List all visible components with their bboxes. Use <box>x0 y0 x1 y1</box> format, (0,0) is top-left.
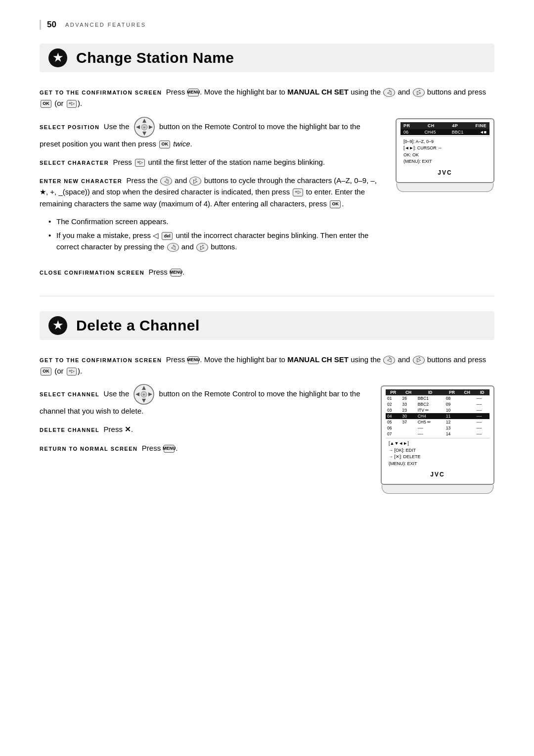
table-row: 0233BBC2 09---- <box>386 401 490 407</box>
left-arrow4-icon: ◁̂ <box>383 356 395 365</box>
right-arrow4-icon: ▷̂ <box>413 356 425 365</box>
tv1-bottom <box>397 183 493 192</box>
cursor-right2-icon: +▷ <box>135 159 145 167</box>
step-select-character: SELECT CHARACTER Press +▷ until the firs… <box>40 156 382 168</box>
step-get-to-confirmation: GET TO THE CONFIRMATION SCREEN Press MEN… <box>40 86 494 109</box>
table-row-highlight: 0430CH4 11---- <box>386 413 490 419</box>
cursor-right3-icon: +▷ <box>293 189 303 196</box>
page-header-title: ADVANCED FEATURES <box>65 22 146 28</box>
svg-text:+: + <box>143 392 145 397</box>
step-delete-channel: DELETE CHANNEL Press ✕. <box>40 424 367 435</box>
tv1-data-row: 06 CH45 BBC1 ◄■ <box>400 129 490 135</box>
step-select-position-row: SELECT POSITION Use the + <box>40 116 494 258</box>
svg-text:+: + <box>143 125 145 130</box>
table-row: 0537CH5 ✏ 12---- <box>386 419 490 425</box>
ok-button3-icon: OK <box>330 200 341 208</box>
section2-content: GET TO THE CONFIRMATION SCREEN Press MEN… <box>40 354 494 494</box>
section2-icon: ★ <box>48 316 67 335</box>
tv2-brand: JVC <box>386 469 490 481</box>
step-select-channel-row: SELECT CHANNEL Use the + bu <box>40 383 494 494</box>
left-arrow3-icon: ◁̂ <box>167 243 179 252</box>
right-arrow3-icon: ▷̂ <box>196 243 208 252</box>
table-row: 06---- 13---- <box>386 425 490 431</box>
section1-title: Change Station Name <box>76 49 234 66</box>
cursor-right-icon: +▷ <box>67 100 77 108</box>
menu-button2-icon: MENU <box>171 269 181 277</box>
tv2-table: PR CH ID PR CH ID 0126BBC1 <box>386 389 490 437</box>
cursor-right4-icon: +▷ <box>67 368 77 376</box>
ok-button2-icon: OK <box>159 141 170 148</box>
tv2-bottom <box>382 485 493 494</box>
left-arrow-icon: ◁̂ <box>383 88 395 97</box>
right-arrow-icon: ▷̂ <box>413 88 425 97</box>
step-close-confirmation: CLOSE CONFIRMATION SCREEN Press MENU. <box>40 266 494 278</box>
page-number: 50 <box>47 20 56 30</box>
step-select-position-text: SELECT POSITION Use the + <box>40 116 382 258</box>
bullet-2: If you make a mistake, press ◁ del until… <box>48 230 382 252</box>
table-row: 0323ITV ✏ 10---- <box>386 407 490 413</box>
section1-content: GET TO THE CONFIRMATION SCREEN Press MEN… <box>40 86 494 278</box>
tv1-notes: [0–9]: A–Z, 0–9 [◄►]: CURSOR ↔ OK: OK (M… <box>400 136 490 167</box>
step-return-normal: RETURN TO NORMAL SCREEN Press MENU. <box>40 442 367 454</box>
tv2-notes: [▲▼◄►] → [OK]: EDIT → [✕]: DELETE (MENU)… <box>386 438 490 469</box>
dpad2-icon: + <box>133 383 155 405</box>
section2-heading: ★ Delete a Channel <box>40 311 494 340</box>
table-row: 0126BBC1 08---- <box>386 395 490 401</box>
table-row: 07---- 14---- <box>386 431 490 437</box>
step-enter-new-character: ENTER NEW CHARACTER Press the ◁̂ and ▷̂ … <box>40 175 382 209</box>
step-select-position: SELECT POSITION Use the + <box>40 116 382 149</box>
ok-button-icon: OK <box>41 100 51 108</box>
dpad-icon: + <box>134 116 155 138</box>
page-header: 50 ADVANCED FEATURES <box>40 20 494 30</box>
tv-screen-1: PR CH 4P FINE 06 CH45 BBC1 ◄■ [0–9]: <box>396 116 494 192</box>
section1-heading: ★ Change Station Name <box>40 44 494 72</box>
menu-button3-icon: MENU <box>188 356 199 364</box>
tv1-header: PR CH 4P FINE <box>400 122 490 129</box>
step-select-channel-text: SELECT CHANNEL Use the + bu <box>40 383 367 461</box>
bullet-1: The Confirmation screen appears. <box>48 216 382 228</box>
del-icon: del <box>162 232 173 240</box>
tv-screen-2: PR CH ID PR CH ID 0126BBC1 <box>381 383 494 494</box>
tv2-tbody: 0126BBC1 08---- 0233BBC2 09---- 0323ITV … <box>386 395 490 437</box>
page: 50 ADVANCED FEATURES ★ Change Station Na… <box>0 0 534 756</box>
tv1-brand: JVC <box>400 167 490 179</box>
section-divider <box>40 296 494 296</box>
left-arrow2-icon: ◁̂ <box>160 177 172 186</box>
ok-button4-icon: OK <box>41 368 51 376</box>
section2-title: Delete a Channel <box>76 317 200 334</box>
right-arrow2-icon: ▷̂ <box>189 177 201 186</box>
section1-icon: ★ <box>48 48 67 67</box>
step-select-channel: SELECT CHANNEL Use the + bu <box>40 383 367 417</box>
step-get-to-confirmation2: GET TO THE CONFIRMATION SCREEN Press MEN… <box>40 354 494 377</box>
tv2-header-row: PR CH ID PR CH ID <box>386 389 490 395</box>
menu-button4-icon: MENU <box>164 445 175 453</box>
menu-button-icon: MENU <box>188 89 199 96</box>
section1-bullets: The Confirmation screen appears. If you … <box>48 216 382 253</box>
